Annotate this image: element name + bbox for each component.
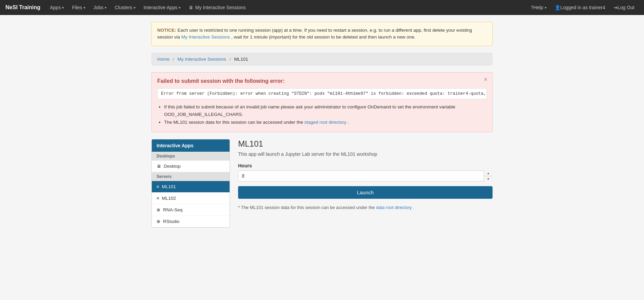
error-title: Failed to submit session with the follow… (157, 78, 487, 84)
logout-icon: ⇥ (613, 5, 617, 10)
help-icon: ? (531, 5, 533, 10)
sidebar-item-rstudio[interactable]: ⊕ RStudio (152, 216, 230, 227)
sidebar-item-rstudio-label: RStudio (163, 219, 179, 224)
hours-input[interactable] (238, 170, 493, 181)
nav-jobs[interactable]: Jobs ▾ (89, 0, 111, 15)
app-note: * The ML101 session data for this sessio… (238, 204, 493, 211)
ml101-icon: ≡ (157, 184, 159, 189)
hours-input-wrap: ▲ ▼ (238, 170, 493, 181)
error-code: Error from server (Forbidden): error whe… (157, 88, 487, 99)
notice-banner: NOTICE: Each user is restricted to one r… (151, 22, 493, 46)
two-column-layout: Interactive Apps Desktops 🖥 Desktop Serv… (151, 139, 493, 228)
sessions-icon: 🖥 (189, 5, 193, 10)
nav-user[interactable]: 👤 Logged in as trainer4 (551, 0, 610, 15)
sidebar-item-rnaseq-label: RNA-Seq (163, 207, 182, 212)
sidebar-item-ml102-label: ML102 (162, 196, 176, 201)
launch-button[interactable]: Launch (238, 186, 493, 199)
breadcrumb-home[interactable]: Home (157, 57, 170, 62)
hours-label: Hours (238, 163, 493, 168)
hours-increment[interactable]: ▲ (484, 170, 493, 176)
nav-apps[interactable]: Apps ▾ (46, 0, 68, 15)
user-icon: 👤 (555, 5, 560, 10)
error-bullet2: The ML101 session data for this session … (164, 119, 487, 126)
error-bullet2-suffix: . (348, 120, 349, 125)
nav-help[interactable]: ? Help ▾ (527, 0, 551, 15)
sidebar-item-rnaseq[interactable]: ⊕ RNA-Seq (152, 204, 230, 216)
sidebar: Interactive Apps Desktops 🖥 Desktop Serv… (151, 139, 230, 228)
apps-caret: ▾ (62, 6, 64, 10)
site-brand[interactable]: NeSI Training (5, 4, 40, 11)
breadcrumb-sep1: / (173, 57, 174, 62)
app-title: ML101 (238, 139, 493, 149)
error-bullet2-prefix: The ML101 session data for this session … (164, 120, 304, 125)
notice-text2: , wait for 1 minute (important) for the … (231, 34, 415, 40)
staged-root-link[interactable]: staged root directory (304, 120, 346, 125)
error-alert: × Failed to submit session with the foll… (151, 72, 493, 133)
files-caret: ▾ (84, 6, 85, 10)
sidebar-header: Interactive Apps (152, 139, 230, 152)
desktop-icon: 🖥 (157, 164, 161, 169)
rstudio-icon: ⊕ (157, 219, 160, 224)
jobs-caret: ▾ (105, 6, 106, 10)
sidebar-item-ml101-label: ML101 (162, 184, 176, 189)
rnaseq-icon: ⊕ (157, 207, 160, 212)
nav-right: ? Help ▾ 👤 Logged in as trainer4 ⇥ Log O… (527, 0, 639, 15)
sidebar-item-desktop-label: Desktop (164, 164, 181, 169)
notice-prefix: NOTICE: (157, 28, 176, 33)
nav-sessions[interactable]: 🖥 My Interactive Sessions (185, 0, 250, 15)
nav-logout[interactable]: ⇥ Log Out (609, 0, 639, 15)
notice-sessions-link[interactable]: My Interactive Sessions (181, 34, 230, 40)
error-list: If this job failed to submit because of … (157, 103, 487, 127)
error-bullet1: If this job failed to submit because of … (164, 103, 487, 119)
nav-clusters[interactable]: Clusters ▾ (111, 0, 139, 15)
ml102-icon: ≡ (157, 196, 159, 201)
breadcrumb-current: ML101 (234, 57, 248, 62)
interactive-apps-caret: ▾ (179, 6, 180, 10)
sidebar-category-servers: Servers (152, 172, 230, 181)
breadcrumb: Home / My Interactive Sessions / ML101 (151, 53, 493, 65)
hours-spinners: ▲ ▼ (484, 170, 493, 181)
main-content: NOTICE: Each user is restricted to one r… (145, 22, 499, 228)
breadcrumb-sep2: / (230, 57, 231, 62)
error-close-button[interactable]: × (484, 76, 487, 83)
sidebar-category-desktops: Desktops (152, 152, 230, 161)
hours-decrement[interactable]: ▼ (484, 176, 493, 182)
app-note-suffix: . (413, 205, 414, 210)
breadcrumb-sessions[interactable]: My Interactive Sessions (177, 57, 226, 62)
app-description: This app will launch a Jupyter Lab serve… (238, 151, 493, 157)
clusters-caret: ▾ (134, 6, 135, 10)
app-note-prefix: * The ML101 session data for this sessio… (238, 205, 376, 210)
sidebar-item-ml101[interactable]: ≡ ML101 (152, 181, 230, 193)
app-form: ML101 This app will launch a Jupyter Lab… (230, 139, 493, 211)
sidebar-item-ml102[interactable]: ≡ ML102 (152, 193, 230, 204)
nav-files[interactable]: Files ▾ (68, 0, 89, 15)
navbar: NeSI Training Apps ▾ Files ▾ Jobs ▾ Clus… (0, 0, 644, 15)
nav-interactive-apps[interactable]: Interactive Apps ▾ (140, 0, 185, 15)
help-caret: ▾ (545, 6, 546, 10)
sidebar-item-desktop[interactable]: 🖥 Desktop (152, 161, 230, 172)
data-root-link[interactable]: data root directory (376, 205, 412, 210)
